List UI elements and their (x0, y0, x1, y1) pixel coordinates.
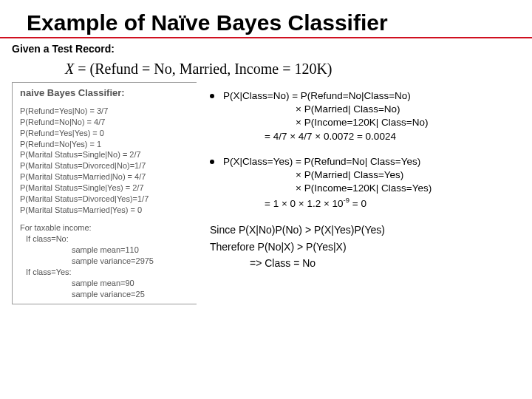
calc-yes-line2: × P(Married| Class=Yes) (223, 168, 432, 182)
calc-no-result: = 4/7 × 4/7 × 0.0072 = 0.0024 (223, 130, 428, 143)
calc-no-line2: × P(Married| Class=No) (223, 103, 428, 116)
conclusion-class: => Class = No (210, 255, 532, 271)
calc-no-line3: × P(Income=120K| Class=No) (223, 116, 428, 129)
calc-yes-line1: P(X|Class=Yes) = P(Refund=No| Class=Yes) (223, 155, 432, 168)
bullet-icon (210, 94, 214, 98)
prob-line: P(Marital Status=Married|No) = 4/7 (20, 171, 192, 183)
classifier-panel: naive Bayes Classifier: P(Refund=Yes|No)… (12, 82, 197, 304)
prob-line: P(Refund=Yes|Yes) = 0 (20, 128, 192, 139)
content-columns: naive Bayes Classifier: P(Refund=Yes|No)… (0, 82, 532, 304)
calc-yes-result: = 1 × 0 × 1.2 × 10-9 = 0 (223, 196, 432, 211)
calc-class-no: P(X|Class=No) = P(Refund=No|Class=No) × … (210, 89, 532, 143)
calculation-panel: P(X|Class=No) = P(Refund=No|Class=No) × … (197, 82, 532, 304)
income-no-mean: sample mean=110 (20, 245, 192, 256)
bullet-icon (210, 160, 214, 164)
prob-line: P(Refund=No|Yes) = 1 (20, 139, 192, 150)
prob-line: P(Marital Status=Divorced|Yes)=1/7 (20, 194, 192, 205)
calc-class-yes: P(X|Class=Yes) = P(Refund=No| Class=Yes)… (210, 155, 532, 210)
income-class-no-label: If class=No: (20, 233, 192, 245)
prob-line: P(Refund=No|No) = 4/7 (20, 117, 192, 128)
income-yes-variance: sample variance=25 (20, 289, 192, 300)
conclusion: Since P(X|No)P(No) > P(X|Yes)P(Yes) Ther… (210, 222, 532, 271)
conclusion-therefore: Therefore P(No|X) > P(Yes|X) (210, 239, 532, 255)
prob-line: P(Marital Status=Married|Yes) = 0 (20, 205, 192, 216)
classifier-header: naive Bayes Classifier: (20, 87, 192, 98)
slide-title: Example of Naïve Bayes Classifier (0, 0, 532, 38)
conclusion-since: Since P(X|No)P(No) > P(X|Yes)P(Yes) (210, 222, 532, 238)
income-no-variance: sample variance=2975 (20, 256, 192, 267)
formula-body: = (Refund = No, Married, Income = 120K) (74, 61, 332, 77)
prob-line: P(Refund=Yes|No) = 3/7 (20, 106, 192, 117)
given-record-label: Given a Test Record: (0, 43, 532, 55)
income-yes-mean: sample mean=90 (20, 278, 192, 289)
formula-x: X (65, 61, 74, 77)
prob-line: P(Marital Status=Single|Yes) = 2/7 (20, 183, 192, 194)
calc-yes-line3: × P(Income=120K| Class=Yes) (223, 182, 432, 195)
income-header: For taxable income: (20, 222, 192, 233)
calc-no-line1: P(X|Class=No) = P(Refund=No|Class=No) (223, 89, 428, 103)
income-class-yes-label: If class=Yes: (20, 267, 192, 278)
prob-line: P(Marital Status=Single|No) = 2/7 (20, 149, 192, 160)
prob-line: P(Marital Status=Divorced|No)=1/7 (20, 160, 192, 171)
test-record-formula: X = (Refund = No, Married, Income = 120K… (0, 61, 532, 78)
